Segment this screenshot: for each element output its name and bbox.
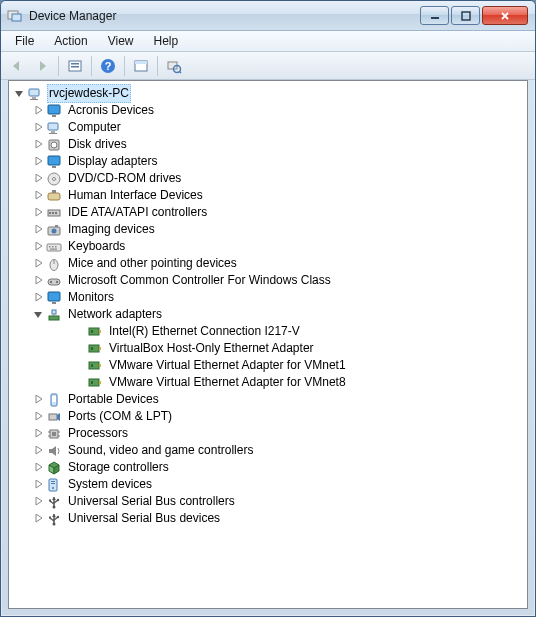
expand-toggle-icon[interactable]	[30, 103, 46, 119]
tree-device[interactable]: VMware Virtual Ethernet Adapter for VMne…	[11, 357, 525, 374]
tree-category[interactable]: Human Interface Devices	[11, 187, 525, 204]
expand-toggle-icon[interactable]	[30, 273, 46, 289]
tree-category[interactable]: Network adapters	[11, 306, 525, 323]
tree-category[interactable]: System devices	[11, 476, 525, 493]
tree-item-label: rvcjewdesk-PC	[47, 84, 131, 103]
svg-rect-44	[48, 279, 60, 285]
port-icon	[46, 409, 62, 425]
svg-rect-63	[91, 381, 93, 384]
mouse-icon	[46, 256, 62, 272]
tree-category[interactable]: Portable Devices	[11, 391, 525, 408]
tree-device[interactable]: VMware Virtual Ethernet Adapter for VMne…	[11, 374, 525, 391]
tree-item-label: IDE ATA/ATAPI controllers	[66, 204, 209, 221]
device-manager-icon	[7, 8, 23, 24]
expand-toggle-icon[interactable]	[30, 256, 46, 272]
tree-item-label: Sound, video and game controllers	[66, 442, 255, 459]
expand-toggle-icon[interactable]	[11, 86, 27, 102]
scan-hardware-button[interactable]	[162, 55, 186, 77]
tree-item-label: Universal Serial Bus devices	[66, 510, 222, 527]
tree-item-label: Human Interface Devices	[66, 187, 205, 204]
expand-toggle-icon[interactable]	[30, 426, 46, 442]
expand-toggle-icon[interactable]	[30, 460, 46, 476]
tree-category[interactable]: IDE ATA/ATAPI controllers	[11, 204, 525, 221]
tree-item-label: Processors	[66, 425, 130, 442]
svg-rect-58	[89, 362, 99, 369]
svg-rect-31	[49, 212, 51, 214]
device-manager-window: Device Manager File Action View Help ? r…	[0, 0, 536, 617]
help-button[interactable]: ?	[96, 55, 120, 77]
svg-point-80	[57, 498, 59, 500]
svg-rect-75	[51, 483, 55, 484]
expand-toggle-icon[interactable]	[30, 392, 46, 408]
tree-category[interactable]: Imaging devices	[11, 221, 525, 238]
tree-item-label: DVD/CD-ROM drives	[66, 170, 183, 187]
expand-toggle-icon[interactable]	[30, 222, 46, 238]
maximize-button[interactable]	[451, 6, 480, 25]
tree-category[interactable]: Mice and other pointing devices	[11, 255, 525, 272]
toolbar: ?	[1, 52, 535, 80]
expand-toggle-icon[interactable]	[30, 494, 46, 510]
tree-device[interactable]: VirtualBox Host-Only Ethernet Adapter	[11, 340, 525, 357]
minimize-button[interactable]	[420, 6, 449, 25]
expand-toggle-icon[interactable]	[30, 409, 46, 425]
expand-toggle-icon[interactable]	[30, 205, 46, 221]
svg-rect-33	[55, 212, 57, 214]
expand-toggle-icon[interactable]	[30, 443, 46, 459]
expand-toggle-icon[interactable]	[30, 511, 46, 527]
svg-rect-14	[29, 89, 39, 96]
titlebar[interactable]: Device Manager	[1, 1, 535, 31]
svg-rect-50	[52, 310, 56, 314]
menu-action[interactable]: Action	[44, 32, 97, 50]
tree-category[interactable]: Acronis Devices	[11, 102, 525, 119]
svg-rect-47	[48, 292, 60, 301]
tree-category[interactable]: Ports (COM & LPT)	[11, 408, 525, 425]
menu-file[interactable]: File	[5, 32, 44, 50]
expand-toggle-icon[interactable]	[30, 154, 46, 170]
expand-toggle-icon[interactable]	[30, 477, 46, 493]
camera-icon	[46, 222, 62, 238]
usb-icon	[46, 494, 62, 510]
expand-toggle-icon[interactable]	[30, 171, 46, 187]
show-hidden-button[interactable]	[63, 55, 87, 77]
tree-root[interactable]: rvcjewdesk-PC	[11, 85, 525, 102]
svg-rect-3	[462, 12, 470, 20]
close-button[interactable]	[482, 6, 528, 25]
tree-item-label: Storage controllers	[66, 459, 171, 476]
expand-toggle-icon[interactable]	[30, 307, 46, 323]
expand-toggle-icon[interactable]	[30, 239, 46, 255]
menu-view[interactable]: View	[98, 32, 144, 50]
tree-item-label: Ports (COM & LPT)	[66, 408, 174, 425]
menu-help[interactable]: Help	[144, 32, 189, 50]
tree-category[interactable]: Universal Serial Bus controllers	[11, 493, 525, 510]
tree-category[interactable]: Monitors	[11, 289, 525, 306]
svg-rect-54	[91, 330, 93, 333]
tree-category[interactable]: Sound, video and game controllers	[11, 442, 525, 459]
svg-rect-15	[32, 97, 36, 99]
tree-category[interactable]: DVD/CD-ROM drives	[11, 170, 525, 187]
svg-point-35	[52, 228, 57, 233]
tree-category[interactable]: Disk drives	[11, 136, 525, 153]
tree-category[interactable]: Computer	[11, 119, 525, 136]
tree-category[interactable]: Processors	[11, 425, 525, 442]
tree-item-label: Acronis Devices	[66, 102, 156, 119]
tree-item-label: Universal Serial Bus controllers	[66, 493, 237, 510]
svg-rect-28	[48, 193, 60, 200]
properties-button[interactable]	[129, 55, 153, 77]
disc-icon	[46, 171, 62, 187]
tree-category[interactable]: Keyboards	[11, 238, 525, 255]
expand-toggle-icon[interactable]	[30, 188, 46, 204]
expand-toggle-icon[interactable]	[30, 290, 46, 306]
tree-category[interactable]: Universal Serial Bus devices	[11, 510, 525, 527]
expand-toggle-icon[interactable]	[30, 120, 46, 136]
nic-icon	[87, 375, 103, 391]
tree-panel[interactable]: rvcjewdesk-PCAcronis DevicesComputerDisk…	[8, 80, 528, 609]
tree-item-label: Network adapters	[66, 306, 164, 323]
forward-button[interactable]	[30, 55, 54, 77]
back-button[interactable]	[5, 55, 29, 77]
tree-category[interactable]: Storage controllers	[11, 459, 525, 476]
tree-category[interactable]: Microsoft Common Controller For Windows …	[11, 272, 525, 289]
tree-category[interactable]: Display adapters	[11, 153, 525, 170]
computer-icon	[46, 120, 62, 136]
tree-device[interactable]: Intel(R) Ethernet Connection I217-V	[11, 323, 525, 340]
expand-toggle-icon[interactable]	[30, 137, 46, 153]
